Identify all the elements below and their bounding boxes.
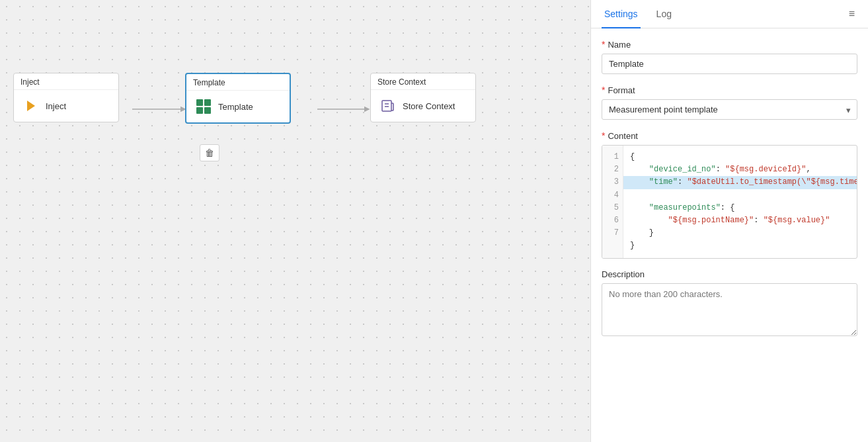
content-field-group: * Content 1 2 3 4 5 6 7 { "device_id_no"…	[602, 130, 857, 259]
settings-panel: Settings Log ≡ * Name * Format Measureme…	[590, 0, 868, 442]
store-context-header: Store Context	[371, 73, 475, 90]
inject-label: Inject	[46, 101, 66, 111]
delete-node-button[interactable]: 🗑	[200, 144, 219, 161]
panel-content: * Name * Format Measurement point templa…	[591, 28, 868, 442]
store-context-label: Store Context	[403, 101, 455, 111]
inject-header: Inject	[14, 73, 118, 90]
flow-connections	[0, 0, 590, 442]
description-textarea[interactable]	[602, 283, 857, 336]
panel-tabs: Settings Log ≡	[591, 0, 868, 28]
node-store-context[interactable]: Store Context Store Context	[370, 73, 476, 122]
content-required-star: *	[602, 130, 605, 141]
format-select-wrapper: Measurement point template JSON Plain te…	[602, 99, 857, 120]
name-label: * Name	[602, 39, 857, 50]
inject-icon	[22, 97, 40, 115]
node-template[interactable]: Template Template	[185, 73, 291, 124]
description-label: Description	[602, 269, 857, 279]
format-select[interactable]: Measurement point template JSON Plain te…	[602, 99, 857, 120]
name-required-star: *	[602, 39, 605, 50]
tab-log[interactable]: Log	[654, 1, 674, 28]
code-content[interactable]: { "device_id_no": "${msg.deviceId}", "ti…	[623, 146, 857, 258]
trash-icon: 🗑	[205, 148, 214, 158]
svg-rect-2	[382, 101, 391, 111]
template-icon	[194, 97, 213, 116]
template-label: Template	[218, 102, 253, 112]
panel-menu-icon[interactable]: ≡	[846, 5, 857, 22]
template-header: Template	[186, 74, 290, 91]
content-label: * Content	[602, 130, 857, 141]
name-field-group: * Name	[602, 39, 857, 74]
format-label: * Format	[602, 85, 857, 95]
tab-settings[interactable]: Settings	[602, 1, 641, 28]
format-required-star: *	[602, 85, 605, 95]
store-context-icon	[379, 97, 397, 115]
format-field-group: * Format Measurement point template JSON…	[602, 85, 857, 120]
flow-canvas[interactable]: Inject Inject Template Template Store Co…	[0, 0, 590, 442]
name-input[interactable]	[602, 54, 857, 74]
code-editor[interactable]: 1 2 3 4 5 6 7 { "device_id_no": "${msg.d…	[602, 145, 857, 259]
line-numbers: 1 2 3 4 5 6 7	[602, 146, 623, 258]
description-field-group: Description	[602, 269, 857, 338]
node-inject[interactable]: Inject Inject	[13, 73, 119, 122]
